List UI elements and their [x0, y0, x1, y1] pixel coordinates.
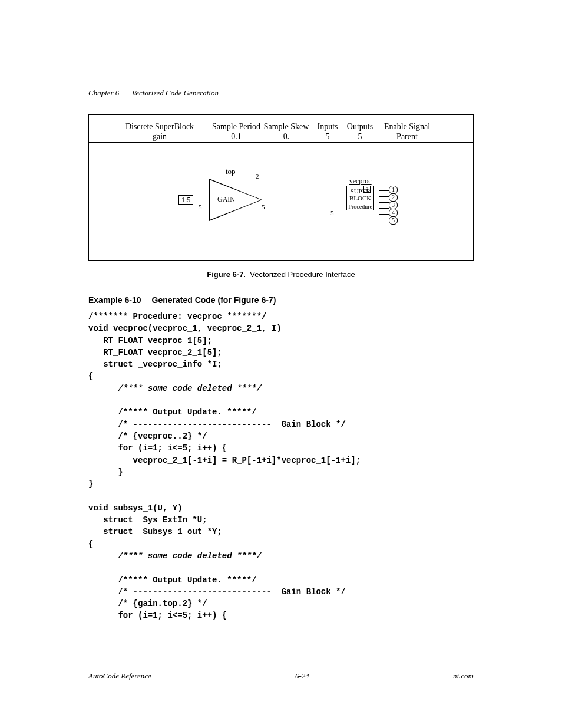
example-title-text: Generated Code (for Figure 6-7)	[152, 295, 276, 305]
col-sample-period: Sample Period	[207, 122, 266, 132]
col-discrete-superblock: Discrete SuperBlock	[118, 122, 201, 132]
figure-caption-text: Vectorized Procedure Interface	[250, 270, 355, 279]
gain-label: GAIN	[217, 195, 235, 204]
input-range-box: 1:5	[178, 195, 193, 205]
wire-out-2	[379, 196, 389, 197]
chapter-label: Chapter 6	[88, 88, 119, 97]
page-header: Chapter 6 Vectorized Code Generation	[88, 88, 474, 98]
col-enable-signal: Enable Signal	[378, 122, 437, 132]
figure-caption-num: Figure 6-7.	[207, 270, 246, 279]
sb-line2: BLOCK	[349, 195, 371, 202]
col-outputs-val: 5	[342, 132, 378, 142]
col-outputs: Outputs	[342, 122, 378, 132]
wire-out-3	[379, 202, 389, 203]
wire-out-5	[379, 214, 389, 215]
vecproc-label: vecproc	[346, 177, 374, 185]
wire-out-1	[379, 190, 389, 191]
footer-right: ni.com	[453, 671, 474, 681]
wire-mid-h	[262, 200, 330, 200]
out-port-5: 5	[389, 216, 398, 225]
figure-diagram-box: Discrete SuperBlock gain Sample Period 0…	[88, 114, 474, 261]
out-port-1: 1	[389, 186, 398, 194]
example-heading: Example 6-10Generated Code (for Figure 6…	[88, 295, 474, 305]
code-block: /******* Procedure: vecproc *******/ voi…	[88, 311, 474, 622]
figure-caption: Figure 6-7. Vectorized Procedure Interfa…	[88, 270, 474, 279]
col-enable-signal-val: Parent	[378, 132, 437, 142]
block-index-2: 2	[256, 173, 259, 180]
col-sample-skew: Sample Skew	[260, 122, 313, 132]
example-label: Example 6-10	[88, 295, 141, 305]
signal-5-into-sb: 5	[330, 209, 334, 216]
wire-mid-h2	[330, 207, 346, 207]
signal-5-mid: 5	[262, 203, 265, 210]
wire-out-4	[379, 208, 389, 209]
out-port-3: 3	[389, 201, 398, 209]
col-gain: gain	[118, 132, 201, 142]
figure-header-rule	[89, 142, 473, 143]
sb-procedure: Procedure	[346, 203, 374, 210]
chapter-title: Vectorized Code Generation	[132, 88, 219, 97]
col-inputs-val: 5	[313, 132, 342, 142]
out-port-4: 4	[389, 209, 398, 217]
col-sample-skew-val: 0.	[260, 132, 313, 142]
footer-center: 6-24	[295, 671, 309, 681]
page-footer: AutoCode Reference 6-24 ni.com	[88, 671, 474, 681]
sb-index-3: 3	[363, 186, 371, 193]
col-inputs: Inputs	[313, 122, 342, 132]
col-sample-period-val: 0.1	[207, 132, 266, 142]
footer-left: AutoCode Reference	[88, 671, 151, 681]
top-label: top	[226, 167, 236, 176]
wire-in	[196, 200, 209, 200]
signal-5-in: 5	[199, 203, 202, 210]
out-port-2: 2	[389, 193, 398, 202]
wire-mid-v	[330, 200, 330, 207]
block-diagram: top 1:5 5 GAIN 2 5 5 vecproc 3 SUPER BLO…	[89, 162, 473, 239]
superblock-group: vecproc 3 SUPER BLOCK Procedure	[346, 177, 374, 210]
